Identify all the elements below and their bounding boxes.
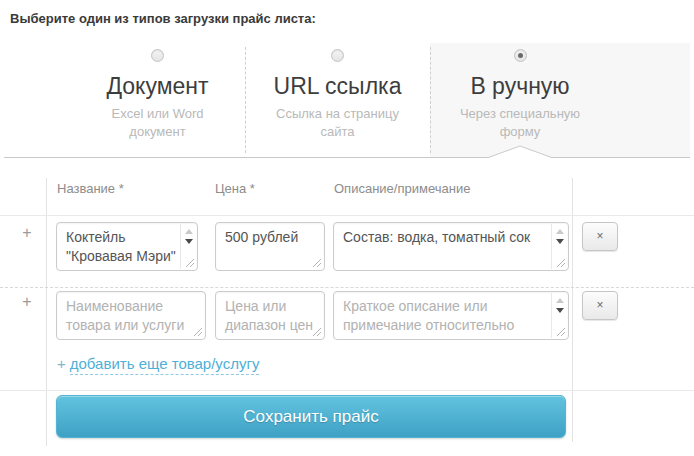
description-textarea-row2[interactable]: Краткое описание или примечание относите… bbox=[333, 291, 569, 340]
tab-title: В ручную bbox=[430, 73, 610, 100]
description-placeholder: Краткое описание или примечание относите… bbox=[343, 297, 548, 335]
column-header-price: Цена * bbox=[215, 181, 255, 196]
scroll-down-icon[interactable] bbox=[556, 239, 564, 244]
resize-grip-icon[interactable] bbox=[185, 258, 195, 268]
price-textarea-row2[interactable]: Цена или диапазон цен bbox=[215, 291, 325, 340]
resize-grip-icon[interactable] bbox=[556, 327, 566, 337]
price-textarea-row1[interactable]: 500 рублей bbox=[215, 222, 325, 271]
page-title: Выберите один из типов загрузки прайс ли… bbox=[10, 11, 316, 26]
row-plus-icon[interactable]: + bbox=[19, 293, 35, 311]
tab-document[interactable]: Документ Excel или Word документ bbox=[70, 48, 245, 141]
tab-baseline bbox=[4, 157, 690, 158]
resize-grip-icon[interactable] bbox=[312, 258, 322, 268]
remove-row-button[interactable]: × bbox=[582, 222, 618, 251]
radio-url-link[interactable] bbox=[331, 49, 344, 62]
table-left-border bbox=[46, 178, 47, 446]
price-upload-panel: Выберите один из типов загрузки прайс ли… bbox=[0, 0, 694, 456]
resize-grip-icon[interactable] bbox=[556, 258, 566, 268]
column-header-name: Название * bbox=[57, 181, 124, 196]
description-textarea-row1[interactable]: Состав: водка, томатный сок bbox=[333, 222, 569, 271]
scroll-up-icon[interactable] bbox=[556, 229, 564, 234]
footer-separator bbox=[0, 390, 694, 391]
scroll-up-icon[interactable] bbox=[556, 298, 564, 303]
tab-url-link[interactable]: URL ссылка Ссылка на страницу сайта bbox=[245, 48, 430, 141]
row-plus-icon[interactable]: + bbox=[19, 224, 35, 242]
radio-manual-selected[interactable] bbox=[514, 49, 527, 62]
column-header-description: Описание/примечание bbox=[334, 181, 470, 196]
name-value: Коктейль "Кровавая Мэри" bbox=[66, 228, 177, 266]
tab-manual[interactable]: В ручную Через специальную форму bbox=[430, 48, 610, 141]
resize-grip-icon[interactable] bbox=[312, 327, 322, 337]
tab-subtitle: Excel или Word документ bbox=[98, 105, 218, 141]
row-separator-dashed bbox=[0, 287, 694, 288]
name-placeholder: Наименование товара или услуги bbox=[66, 297, 201, 335]
plus-icon: + bbox=[57, 355, 66, 372]
scroll-down-icon[interactable] bbox=[556, 308, 564, 313]
description-value: Состав: водка, томатный сок bbox=[343, 228, 548, 247]
add-item-link-label: добавить еще товар/услугу bbox=[70, 355, 260, 375]
add-item-link[interactable]: +добавить еще товар/услугу bbox=[57, 355, 259, 372]
table-right-border bbox=[572, 178, 573, 442]
price-value: 500 рублей bbox=[225, 228, 320, 247]
selected-tab-notch-icon bbox=[487, 145, 553, 158]
scroll-up-icon[interactable] bbox=[185, 229, 193, 234]
save-price-button[interactable]: Сохранить прайс bbox=[56, 395, 566, 438]
tab-subtitle: Через специальную форму bbox=[450, 105, 590, 141]
tab-title: Документ bbox=[70, 73, 245, 100]
radio-document[interactable] bbox=[151, 49, 164, 62]
header-separator bbox=[0, 215, 694, 216]
scroll-down-icon[interactable] bbox=[185, 239, 193, 244]
resize-grip-icon[interactable] bbox=[193, 327, 203, 337]
tab-title: URL ссылка bbox=[245, 73, 430, 100]
price-placeholder: Цена или диапазон цен bbox=[225, 297, 320, 335]
tab-subtitle: Ссылка на страницу сайта bbox=[270, 105, 405, 141]
name-textarea-row2[interactable]: Наименование товара или услуги bbox=[56, 291, 206, 340]
remove-row-button[interactable]: × bbox=[582, 291, 618, 320]
name-textarea-row1[interactable]: Коктейль "Кровавая Мэри" bbox=[56, 222, 198, 271]
